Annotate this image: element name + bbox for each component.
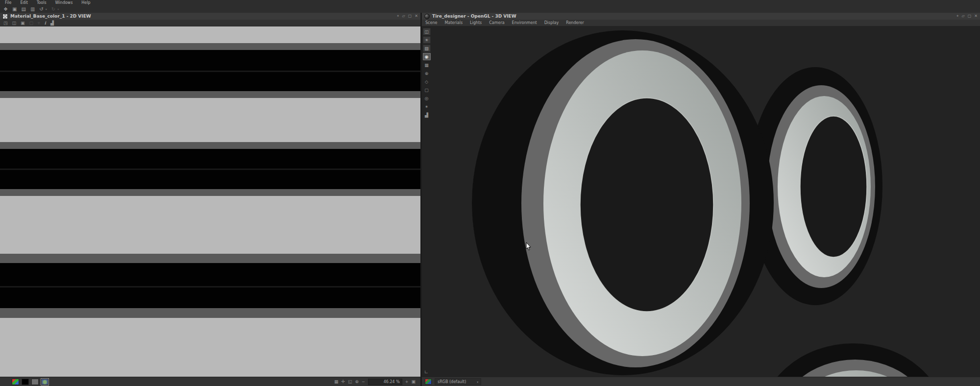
3d-viewport[interactable]: ◫☀▨◉▦⊕◇▢◎✶▟ ∟	[422, 26, 980, 377]
3d-menu-display[interactable]: Display	[544, 21, 559, 25]
stripe-light	[0, 26, 420, 43]
copy-image-icon[interactable]: ▣	[21, 21, 25, 25]
tire-back-small-hole	[800, 116, 867, 257]
histogram-icon[interactable]: ▟	[50, 21, 54, 25]
export-image-icon[interactable]: ◳	[3, 21, 8, 25]
scene-3d-icon	[424, 14, 430, 19]
stripe-mid	[0, 91, 420, 98]
undo-button[interactable]: ↺	[39, 7, 43, 12]
stripe-mid	[0, 254, 420, 263]
3d-menu-camera[interactable]: Camera	[489, 21, 504, 25]
3d-menu-renderer[interactable]: Renderer	[566, 21, 584, 25]
bounding-box-icon[interactable]: ▢	[423, 86, 431, 94]
menu-tools[interactable]: Tools	[37, 0, 47, 5]
3d-menu-scene[interactable]: Scene	[425, 21, 437, 25]
stripe-black	[0, 149, 420, 169]
stats-icon[interactable]: ▟	[423, 111, 431, 119]
turntable-icon[interactable]: ✶	[423, 103, 431, 110]
menu-edit[interactable]: Edit	[20, 0, 28, 5]
maximize-icon[interactable]: ▢	[968, 14, 972, 19]
float-icon[interactable]: ▱	[402, 14, 405, 19]
3d-menu-environment[interactable]: Environment	[512, 21, 537, 25]
actual-size-icon[interactable]: ⊕	[355, 379, 359, 384]
3d-display-toolbar: ◫☀▨◉▦⊕◇▢◎✶▟	[422, 28, 431, 119]
stripe-black	[0, 72, 420, 91]
materials-icon[interactable]: ◉	[423, 53, 431, 60]
wireframe-icon[interactable]: ◇	[423, 78, 431, 85]
color-profile-dropdown[interactable]: sRGB (default) ▾	[435, 378, 481, 385]
zoom-options-icon[interactable]: ▣	[411, 379, 416, 384]
bg-grey-swatch[interactable]	[31, 379, 39, 385]
share-icon[interactable]: ❖	[3, 7, 8, 12]
camera-settings-icon[interactable]: ◫	[423, 28, 431, 35]
stripe-black	[0, 50, 420, 71]
3d-menu-lights[interactable]: Lights	[470, 21, 482, 25]
pin-icon[interactable]: ⌖	[397, 14, 399, 19]
2d-texture-canvas[interactable]	[0, 26, 420, 377]
color-profile-value: sRGB (default)	[438, 380, 466, 384]
menu-help[interactable]: Help	[81, 0, 90, 5]
zoom-out-button[interactable]: −	[362, 380, 365, 384]
2d-view-title: Material_Base_color_1 - 2D VIEW	[10, 14, 91, 19]
redo-button: ↻	[51, 7, 55, 12]
float-icon[interactable]: ▱	[962, 14, 965, 19]
panels-container: Material_Base_color_1 - 2D VIEW ⌖▱▢✕ ◳◫▣…	[0, 13, 980, 386]
new-package-icon[interactable]: ▣	[12, 7, 17, 12]
application-window: FileEditToolsWindowsHelp ❖▣▤▥↺▾↻▾ Materi…	[0, 0, 980, 386]
save-image-icon[interactable]: ◫	[12, 21, 17, 25]
bg-gradient-swatch[interactable]	[12, 379, 19, 385]
lights-icon[interactable]: ☀	[423, 36, 431, 44]
zoom-level-field[interactable]: 46.24 %	[368, 379, 402, 385]
stripe-black	[0, 288, 420, 308]
3d-view-statusbar: sRGB (default) ▾	[422, 377, 980, 386]
color-profile-icon	[425, 379, 432, 385]
mouse-cursor	[526, 242, 532, 251]
undo-button-caret[interactable]: ▾	[46, 7, 47, 11]
axes-icon[interactable]: ⊕	[423, 70, 431, 77]
chevron-down-icon: ▾	[477, 380, 478, 384]
3d-view-menubar: SceneMaterialsLightsCameraEnvironmentDis…	[422, 20, 980, 26]
menu-file[interactable]: File	[5, 0, 11, 5]
close-icon[interactable]: ✕	[974, 14, 978, 19]
pin-icon[interactable]: ⌖	[956, 14, 959, 19]
main-toolbar: ❖▣▤▥↺▾↻▾	[0, 5, 980, 13]
stripe-light	[0, 318, 420, 377]
main-menubar: FileEditToolsWindowsHelp	[0, 0, 980, 5]
bg-black-swatch[interactable]	[22, 379, 29, 385]
close-icon[interactable]: ✕	[415, 14, 418, 19]
3d-view-titlebar[interactable]: Tire_designer - OpenGL - 3D VIEW ⌖▱▢✕	[422, 13, 980, 20]
normals-icon[interactable]: ◎	[423, 95, 431, 102]
zoom-in-button[interactable]: +	[405, 380, 409, 384]
bg-image-swatch[interactable]	[41, 379, 49, 385]
stripe-black	[0, 170, 420, 189]
2d-view-statusbar: ▦✛◱⊕−46.24 %+▣	[0, 377, 420, 386]
maximize-icon[interactable]: ▢	[408, 14, 412, 19]
stripe-mid	[0, 142, 420, 149]
stripe-mid	[0, 308, 420, 318]
tessellation-icon[interactable]: ▦	[423, 61, 431, 69]
panel-3d-view: Tire_designer - OpenGL - 3D VIEW ⌖▱▢✕ Sc…	[422, 13, 980, 386]
stripe-mid	[0, 189, 420, 196]
menu-windows[interactable]: Windows	[55, 0, 73, 5]
tiling-mode-icon[interactable]: ▦	[334, 379, 339, 384]
panel-2d-view: Material_Base_color_1 - 2D VIEW ⌖▱▢✕ ◳◫▣…	[0, 13, 422, 386]
environment-icon[interactable]: ▨	[423, 45, 431, 52]
2d-view-titlebar[interactable]: Material_Base_color_1 - 2D VIEW ⌖▱▢✕	[0, 13, 420, 20]
information-icon[interactable]: i	[45, 21, 46, 25]
stripe-light	[0, 98, 420, 142]
3d-view-title: Tire_designer - OpenGL - 3D VIEW	[432, 14, 516, 19]
axis-gizmo-icon: ∟	[424, 369, 428, 375]
fit-view-icon[interactable]: ◱	[348, 379, 352, 384]
3d-scene	[422, 26, 980, 377]
stripe-black	[0, 263, 420, 286]
filter-dropdown-icon: ▿	[38, 21, 40, 25]
save-icon[interactable]: ▥	[30, 7, 35, 12]
texture-2d-icon	[2, 14, 8, 19]
redo-button-caret: ▾	[57, 7, 59, 11]
tire-front-large-hole	[580, 98, 713, 312]
3d-menu-materials[interactable]: Materials	[444, 21, 463, 25]
open-icon[interactable]: ▤	[21, 7, 25, 12]
2d-view-toolbar: ◳◫▣▢▿i▟	[0, 20, 420, 26]
pan-mode-icon[interactable]: ✛	[341, 379, 345, 384]
stripe-mid	[0, 43, 420, 50]
